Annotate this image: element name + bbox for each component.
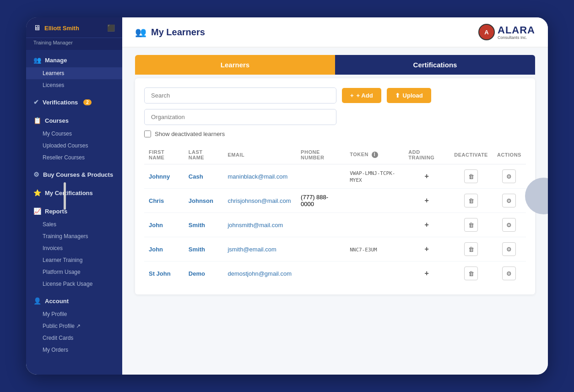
cell-actions: ⚙ [493, 164, 526, 189]
cell-token [345, 213, 404, 237]
deactivate-button[interactable]: 🗑 [464, 242, 478, 256]
tab-learners[interactable]: Learners [135, 55, 335, 75]
sidebar-header: 🖥 Elliott Smith ⬛ [26, 17, 122, 38]
sidebar-item-reports[interactable]: 📈 Reports [26, 204, 122, 218]
deactivate-button[interactable]: 🗑 [464, 194, 478, 207]
sidebar-item-my-courses[interactable]: My Courses [26, 128, 122, 140]
organization-input[interactable] [144, 109, 336, 125]
show-deactivated-checkbox[interactable] [144, 131, 151, 137]
token-info-icon[interactable]: i [372, 152, 378, 158]
learner-first-name-link[interactable]: John [149, 222, 163, 229]
table-row: JohnSmithjohnsmith@mail.com+🗑⚙ [144, 213, 526, 237]
deactivate-button[interactable]: 🗑 [464, 169, 478, 183]
sidebar-user-role: Training Manager [26, 38, 122, 50]
learner-first-name-link[interactable]: Johnny [149, 173, 170, 180]
learner-last-name-link[interactable]: Smith [189, 222, 205, 229]
sidebar-buy-courses-label: Buy Courses & Products [43, 171, 113, 178]
add-training-button[interactable]: + [425, 245, 429, 253]
upload-label: Upload [403, 92, 423, 99]
tab-certifications[interactable]: Certifications [335, 55, 535, 75]
content-card: + + Add ⬆ Upload Show deactivated learne… [135, 78, 535, 294]
sidebar-user-name: Elliott Smith [44, 25, 79, 32]
reports-icon: 📈 [33, 207, 41, 215]
sidebar-item-account[interactable]: 👤 Account [26, 294, 122, 308]
deactivated-row: Show deactivated learners [144, 131, 526, 137]
show-deactivated-label: Show deactivated learners [155, 131, 225, 137]
upload-button[interactable]: ⬆ Upload [387, 88, 431, 103]
sidebar-item-public-profile[interactable]: Public Profile ↗ [26, 320, 122, 332]
sidebar: 🖥 Elliott Smith ⬛ Training Manager 👥 Man… [26, 17, 122, 375]
sidebar-section-reports: 📈 Reports Sales Training Managers Invoic… [26, 201, 122, 291]
add-training-button[interactable]: + [425, 172, 429, 180]
actions-gear-button[interactable]: ⚙ [502, 267, 516, 280]
col-first-name: FIRST NAME [144, 146, 184, 164]
search-input[interactable] [144, 87, 336, 103]
deactivate-button[interactable]: 🗑 [464, 267, 478, 280]
add-training-button[interactable]: + [425, 196, 429, 205]
sidebar-item-reseller-courses[interactable]: Reseller Courses [26, 152, 122, 163]
sidebar-item-manage[interactable]: 👥 Manage [26, 53, 122, 67]
sidebar-manage-label: Manage [45, 57, 67, 64]
sidebar-item-training-managers[interactable]: Training Managers [26, 230, 122, 242]
sidebar-item-learner-training[interactable]: Learner Training [26, 254, 122, 266]
sidebar-item-learners[interactable]: Learners [26, 67, 122, 79]
cell-add-training: + [404, 261, 449, 286]
sidebar-item-sales[interactable]: Sales [26, 218, 122, 230]
learner-email-link[interactable]: maninblack@mail.com [227, 173, 287, 180]
account-icon: 👤 [33, 297, 41, 305]
sidebar-item-licenses[interactable]: Licenses [26, 79, 122, 91]
cell-email: johnsmith@mail.com [223, 213, 296, 237]
cell-deactivate: 🗑 [449, 189, 493, 213]
col-phone: PHONE NUMBER [296, 146, 345, 164]
actions-gear-button[interactable]: ⚙ [502, 242, 516, 256]
actions-gear-button[interactable]: ⚙ [502, 218, 516, 232]
logout-icon[interactable]: ⬛ [107, 24, 115, 32]
cell-add-training: + [404, 189, 449, 213]
add-training-button[interactable]: + [425, 269, 429, 278]
sidebar-item-my-certifications[interactable]: ⭐ My Certifications [26, 185, 122, 200]
learner-email-link[interactable]: johnsmith@mail.com [227, 222, 283, 229]
sidebar-item-buy-courses[interactable]: ⚙ Buy Courses & Products [26, 167, 122, 182]
table-head: FIRST NAME LAST NAME EMAIL PHONE NUMBER … [144, 146, 526, 164]
cell-first-name: John [144, 237, 184, 261]
check-icon: ✔ [33, 98, 39, 106]
learner-last-name-link[interactable]: Smith [189, 246, 205, 253]
learner-first-name-link[interactable]: St John [149, 270, 171, 277]
courses-icon: 📋 [33, 117, 41, 124]
cell-last-name: Smith [184, 213, 223, 237]
cell-email: maninblack@mail.com [223, 164, 296, 189]
learner-token: VWAP-LMNJ-TCPK-MYEX [350, 170, 395, 183]
sidebar-item-courses[interactable]: 📋 Courses [26, 113, 122, 128]
col-actions: ACTIONS [493, 146, 526, 164]
learner-email-link[interactable]: chrisjohnson@mail.com [227, 197, 291, 204]
sidebar-item-uploaded-courses[interactable]: Uploaded Courses [26, 140, 122, 152]
deactivate-button[interactable]: 🗑 [464, 218, 478, 232]
sidebar-item-my-orders[interactable]: My Orders [26, 344, 122, 356]
sidebar-item-invoices[interactable]: Invoices [26, 242, 122, 254]
learner-first-name-link[interactable]: Chris [149, 197, 164, 204]
col-last-name: LAST NAME [184, 146, 223, 164]
add-training-button[interactable]: + [425, 221, 429, 229]
actions-gear-button[interactable]: ⚙ [502, 194, 516, 207]
learner-email-link[interactable]: demostjohn@gmail.com [227, 270, 292, 277]
learner-last-name-link[interactable]: Demo [189, 270, 205, 277]
add-button[interactable]: + + Add [342, 88, 381, 103]
sidebar-item-license-pack-usage[interactable]: License Pack Usage [26, 278, 122, 290]
main-content: 👥 My Learners A ALARA Consultants Inc. L… [122, 17, 548, 375]
learner-last-name-link[interactable]: Cash [189, 173, 203, 180]
cell-phone: (777) 888-0000 [296, 189, 345, 213]
org-row [144, 109, 526, 125]
cell-actions: ⚙ [493, 189, 526, 213]
tabs-row: Learners Certifications [135, 55, 535, 75]
learner-email-link[interactable]: jsmith@email.com [227, 246, 276, 253]
sidebar-item-my-profile[interactable]: My Profile [26, 308, 122, 320]
sidebar-item-platform-usage[interactable]: Platform Usage [26, 266, 122, 278]
sidebar-item-credit-cards[interactable]: Credit Cards [26, 332, 122, 344]
sidebar-item-verifications[interactable]: ✔ Verifications 2 [26, 95, 122, 109]
sidebar-account-label: Account [45, 298, 69, 305]
logo-text: ALARA [498, 24, 535, 36]
learner-first-name-link[interactable]: John [149, 246, 163, 253]
actions-gear-button[interactable]: ⚙ [502, 169, 516, 183]
learner-last-name-link[interactable]: Johnson [189, 197, 213, 204]
scrollbar-handle[interactable] [64, 182, 66, 210]
